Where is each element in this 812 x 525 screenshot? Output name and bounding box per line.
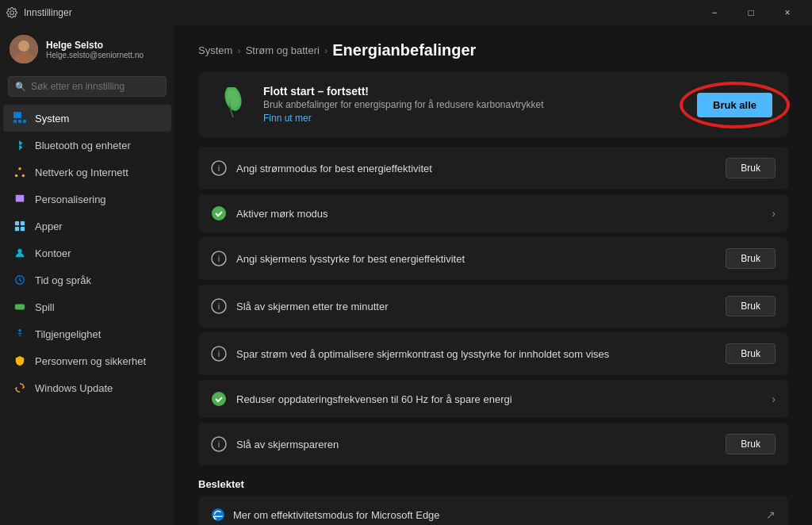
user-profile[interactable]: Helge Selsto Helge.selsto@seniornett.no (0, 25, 174, 71)
nav-accessibility[interactable]: Tilgjengelighet (3, 320, 171, 347)
breadcrumb-system[interactable]: System (198, 44, 232, 56)
related-row-edge[interactable]: Mer om effektivitetsmodus for Microsoft … (198, 496, 788, 525)
btn-bruk-rec1[interactable]: Bruk (726, 158, 776, 178)
rec-row-rec7: i Slå av skjermspareren Bruk (198, 423, 788, 466)
nav-accessibility-label: Tilgjengelighet (35, 328, 101, 340)
rec-icon-rec6 (211, 391, 227, 407)
minimize-button[interactable]: − (696, 0, 733, 25)
rec-text-rec4: Slå av skjermen etter tre minutter (236, 301, 388, 312)
svg-text:i: i (218, 163, 220, 173)
settings-icon (6, 7, 17, 18)
header-title: Flott start – fortsett! (263, 85, 544, 98)
time-icon (13, 273, 27, 287)
content-area: System › Strøm og batteri › Energianbefa… (174, 25, 812, 525)
nav-bluetooth-label: Bluetooth og enheter (35, 140, 131, 151)
recommendations-list: i Angi strømmodus for best energieffekti… (198, 147, 788, 466)
svg-rect-13 (21, 227, 25, 231)
nav-system-label: System (35, 113, 69, 125)
rec-row-rec2[interactable]: Aktiver mørk modus › (198, 194, 788, 232)
nav-gaming-label: Spill (35, 301, 55, 313)
nav-network[interactable]: Nettverk og Internett (3, 159, 171, 186)
rec-row-left-rec3: i Angi skjermens lysstyrke for best ener… (211, 251, 726, 266)
btn-bruk-rec7[interactable]: Bruk (726, 434, 776, 454)
update-icon (13, 381, 27, 395)
rec-text-rec7: Slå av skjermspareren (236, 439, 339, 450)
svg-rect-16 (15, 305, 25, 310)
btn-bruk-rec3[interactable]: Bruk (726, 248, 776, 269)
svg-point-1 (18, 40, 29, 52)
rec-row-left-rec6: Reduser oppdateringsfrekvensen til 60 Hz… (211, 391, 772, 407)
svg-point-29 (212, 392, 226, 406)
nav-update[interactable]: Windows Update (3, 374, 171, 401)
nav-bluetooth[interactable]: Bluetooth og enheter (3, 132, 171, 159)
personalization-icon (13, 192, 27, 206)
edge-icon (211, 508, 225, 522)
rec-row-rec6[interactable]: Reduser oppdateringsfrekvensen til 60 Hz… (198, 380, 788, 418)
rec-icon-rec5: i (211, 346, 227, 362)
rec-row-rec5: i Spar strøm ved å optimalisere skjermko… (198, 332, 788, 375)
related-section: Beslektet Mer om effektivitetsmodus for … (198, 478, 788, 525)
accessibility-icon (13, 327, 27, 341)
svg-rect-12 (15, 227, 19, 231)
btn-bruk-rec5[interactable]: Bruk (726, 343, 776, 364)
maximize-button[interactable]: □ (733, 0, 769, 25)
nav-personalization-label: Personalisering (35, 194, 106, 205)
nav-personalization[interactable]: Personalisering (3, 186, 171, 213)
svg-rect-6 (23, 120, 26, 123)
apps-icon (13, 219, 27, 233)
rec-row-left-rec7: i Slå av skjermspareren (211, 436, 726, 452)
related-row-left: Mer om effektivitetsmodus for Microsoft … (211, 508, 440, 522)
nav-apps[interactable]: Apper (3, 213, 171, 240)
breadcrumb-sep2: › (324, 44, 327, 56)
header-card: Flott start – fortsett! Bruk anbefalinge… (198, 72, 788, 137)
rec-text-rec5: Spar strøm ved å optimalisere skjermkont… (236, 348, 609, 360)
search-icon: 🔍 (15, 82, 26, 92)
svg-rect-11 (21, 221, 25, 225)
rec-row-left-rec4: i Slå av skjermen etter tre minutter (211, 298, 726, 314)
svg-rect-10 (15, 221, 19, 225)
header-text: Flott start – fortsett! Bruk anbefalinge… (263, 85, 544, 125)
svg-text:i: i (218, 301, 220, 311)
apply-all-button[interactable]: Bruk alle (697, 93, 772, 117)
svg-text:i: i (218, 254, 220, 263)
header-description: Bruk anbefalinger for energisparing for … (263, 99, 544, 110)
rec-icon-rec7: i (211, 436, 227, 452)
close-button[interactable]: × (769, 0, 806, 25)
nav-time-label: Tid og språk (35, 274, 91, 286)
chevron-icon-rec6: › (772, 393, 776, 405)
rec-text-rec1: Angi strømmodus for best energieffektivi… (236, 163, 432, 174)
gaming-icon (13, 300, 27, 314)
svg-rect-3 (13, 112, 21, 118)
search-input[interactable] (31, 81, 159, 92)
rec-text-rec3: Angi skjermens lysstyrke for best energi… (236, 253, 465, 265)
search-container: 🔍 (0, 71, 174, 105)
nav-accounts-label: Kontoer (35, 247, 71, 259)
nav-accounts[interactable]: Kontoer (3, 240, 171, 266)
nav-privacy[interactable]: Personvern og sikkerhet (3, 347, 171, 374)
related-edge-text: Mer om effektivitetsmodus for Microsoft … (233, 509, 440, 521)
system-icon (13, 111, 27, 125)
user-info: Helge Selsto Helge.selsto@seniornett.no (46, 40, 144, 59)
titlebar-left: Innstillinger (6, 7, 72, 18)
nav-gaming[interactable]: Spill (3, 293, 171, 320)
btn-bruk-rec4[interactable]: Bruk (726, 296, 776, 316)
rec-text-rec6: Reduser oppdateringsfrekvensen til 60 Hz… (236, 393, 512, 405)
svg-rect-5 (18, 120, 21, 123)
external-link-icon: ↗ (766, 508, 776, 521)
nav-privacy-label: Personvern og sikkerhet (35, 355, 146, 367)
header-link[interactable]: Finn ut mer (263, 113, 312, 124)
rec-row-left-rec2: Aktiver mørk modus (211, 205, 772, 221)
rec-row-rec3: i Angi skjermens lysstyrke for best ener… (198, 237, 788, 280)
accounts-icon (13, 246, 27, 260)
nav-time[interactable]: Tid og språk (3, 266, 171, 293)
breadcrumb-sep1: › (237, 44, 240, 56)
titlebar: Innstillinger − □ × (0, 0, 812, 25)
search-box[interactable]: 🔍 (8, 76, 167, 97)
user-name: Helge Selsto (46, 40, 144, 51)
avatar-image (10, 35, 38, 63)
nav-system[interactable]: System (3, 105, 171, 132)
breadcrumb-power[interactable]: Strøm og batteri (246, 44, 320, 56)
svg-point-14 (17, 249, 21, 253)
rec-text-rec2: Aktiver mørk modus (236, 208, 328, 220)
rec-icon-rec4: i (211, 298, 227, 314)
